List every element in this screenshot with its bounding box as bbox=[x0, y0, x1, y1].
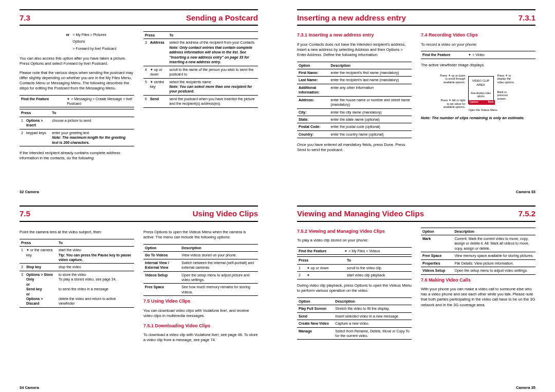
col-2: 7.4 Recording Video Clips To record a vi… bbox=[421, 30, 535, 157]
spread-2: 7.5 Using Video Clips Point the camera l… bbox=[0, 196, 555, 393]
para: You can also access this option after yo… bbox=[20, 56, 134, 66]
col-2: Press Options to open the Videos Menu wh… bbox=[143, 226, 258, 347]
col-1: 7.3.1 Inserting a new address entry If y… bbox=[297, 30, 412, 157]
para: Press Options to open the Videos Menu wh… bbox=[143, 230, 258, 240]
page-header: 7.3 Sending a Postcard bbox=[20, 9, 258, 26]
para: With your phone you can make a video cal… bbox=[421, 287, 535, 308]
page-footer: 32 Camera bbox=[20, 190, 39, 194]
para: To download a video clip with Vodafone l… bbox=[143, 332, 258, 343]
subhead: 7.5.2 Viewing and Managing Video Clips bbox=[297, 228, 412, 234]
subhead: 7.4 Recording Video Clips bbox=[421, 32, 535, 38]
header-title: Viewing and Managing Video Clips bbox=[297, 209, 424, 218]
header-title: Inserting a new address entry bbox=[297, 13, 406, 22]
page-footer: Camera 33 bbox=[516, 190, 535, 194]
note: Note: The number of clips remaining is o… bbox=[421, 116, 535, 121]
para: During video clip playback, press Option… bbox=[297, 283, 412, 293]
header-title: Sending a Postcard bbox=[186, 13, 258, 22]
page-header: 7.5 Using Video Clips bbox=[20, 206, 258, 222]
col-1: or> My Files > Pictures Options > Forwar… bbox=[20, 30, 134, 164]
page-32: 7.3 Sending a Postcard or> My Files > Pi… bbox=[0, 0, 278, 196]
page-34: 7.5 Using Video Clips Point the camera l… bbox=[0, 196, 278, 393]
para: If the intended recipient already contai… bbox=[20, 151, 134, 161]
para: You can download video clips with Vodafo… bbox=[143, 308, 258, 319]
page-35: Viewing and Managing Video Clips 7.5.2 7… bbox=[278, 196, 555, 393]
subhead: 7.5.1 Downloading Video Clips bbox=[143, 323, 258, 329]
para: To play a video clip stored on your phon… bbox=[297, 238, 412, 243]
diagram-bar: OptionsBack bbox=[469, 100, 495, 105]
page-footer: Camera 35 bbox=[516, 385, 535, 390]
col-1: 7.5.2 Viewing and Managing Video Clips T… bbox=[297, 226, 412, 342]
para: Point the camera lens at the video subje… bbox=[20, 230, 134, 235]
col-2: OptionDescription MarkCurrent: Mark the … bbox=[421, 226, 535, 342]
subhead: 7.3.1 Inserting a new address entry bbox=[297, 32, 412, 38]
diagram-box: VIDEO CLIP AREAArea displays video optio… bbox=[468, 76, 494, 104]
para: To record a video on your phone: bbox=[421, 42, 535, 47]
subhead: 7.6 Making Video Calls bbox=[421, 277, 535, 283]
subhead: 7.5 Using Video Clips bbox=[143, 298, 258, 304]
page-header: Viewing and Managing Video Clips 7.5.2 bbox=[297, 206, 535, 222]
col-1: Point the camera lens at the video subje… bbox=[20, 226, 134, 347]
diagram: Press ✦ up or down to scroll through ava… bbox=[440, 72, 517, 112]
para: Once you have entered all mandatory fiel… bbox=[297, 142, 412, 153]
spread-1: 7.3 Sending a Postcard or> My Files > Pi… bbox=[0, 0, 555, 196]
header-num: 7.3 bbox=[20, 13, 30, 22]
header-title: Using Video Clips bbox=[193, 209, 258, 218]
header-num: 7.5.2 bbox=[519, 209, 535, 218]
col-2: PressTo 3Addressselect the address of th… bbox=[143, 30, 258, 164]
page-header: Inserting a new address entry 7.3.1 bbox=[297, 9, 535, 26]
page-footer: 34 Camera bbox=[20, 385, 39, 390]
para: The active viewfinder image displays. bbox=[421, 63, 535, 68]
header-num: 7.3.1 bbox=[519, 13, 535, 22]
para: Please note that the various steps when … bbox=[20, 70, 134, 91]
header-num: 7.5 bbox=[20, 209, 30, 218]
page-33: Inserting a new address entry 7.3.1 7.3.… bbox=[278, 0, 555, 196]
para: If your Contacts does not have the inten… bbox=[297, 42, 412, 58]
